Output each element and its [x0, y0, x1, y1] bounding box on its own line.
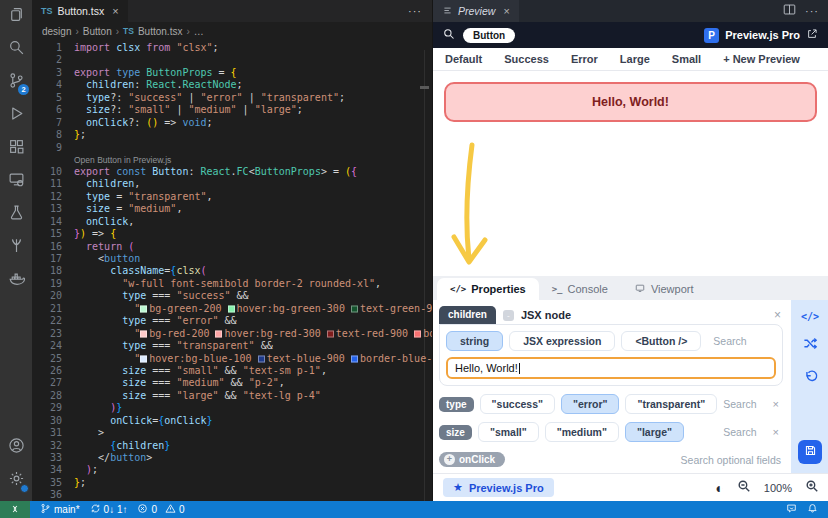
onclick-optional-pill[interactable]: + onClick [439, 452, 505, 467]
codelens-open-in-previewjs[interactable]: Open Button in Preview.js [32, 154, 432, 166]
line-number: 22 [32, 315, 62, 327]
editor-more-actions-icon[interactable]: ··· [408, 0, 432, 22]
line-number: 1 [32, 42, 62, 54]
beaker-icon [8, 204, 25, 225]
code-view-icon[interactable]: </> [801, 311, 819, 322]
activity-item-run-debug[interactable] [0, 99, 32, 132]
size-option-2[interactable]: "large" [625, 422, 684, 442]
undo-icon[interactable] [803, 369, 818, 388]
activity-item-docker[interactable] [0, 264, 32, 297]
close-tab-icon[interactable]: × [112, 5, 118, 17]
remote-indicator[interactable] [0, 501, 30, 518]
git-branch-status[interactable]: main* [40, 503, 80, 516]
clear-size-icon[interactable]: × [773, 426, 779, 438]
variant-tab-large[interactable]: Large [620, 53, 650, 65]
type-search-input[interactable]: Search [723, 398, 756, 410]
activity-item-extensions[interactable] [0, 132, 32, 165]
size-option-0[interactable]: "small" [478, 422, 539, 442]
variant-tab-default[interactable]: Default [445, 53, 482, 65]
preview-search-bar: Button P Preview.js Pro [433, 22, 828, 48]
previewjs-pro-label: Preview.js Pro [725, 29, 800, 41]
code-line: 1import clsx from "clsx"; [32, 42, 432, 54]
preview-more-actions-icon[interactable]: ··· [805, 5, 819, 17]
children-value-input[interactable]: Hello, World! [446, 357, 776, 379]
code-line: 6 size?: "small" | "medium" | "large"; [32, 104, 432, 116]
feedback-icon[interactable] [786, 503, 797, 516]
variant-tab-small[interactable]: Small [672, 53, 701, 65]
code-text: type === "error" && [74, 315, 237, 327]
remote-window-icon [8, 171, 25, 192]
breadcrumb-item[interactable]: … [194, 26, 204, 37]
tailwind-color-swatch [228, 305, 235, 312]
zoom-out-icon[interactable] [737, 479, 751, 497]
problems-status[interactable]: 0 0 [137, 503, 184, 516]
panel-tab-viewport[interactable]: Viewport [621, 278, 707, 300]
previewjs-pro-link[interactable]: P Preview.js Pro [704, 26, 818, 44]
code-text: "w-full font-semibold border-2 rounded-x… [74, 278, 381, 290]
mode-search-input[interactable]: Search [713, 335, 746, 347]
panel-tab-properties[interactable]: </>Properties [437, 278, 539, 300]
properties-panel: </>Properties>_ConsoleViewport children … [433, 276, 828, 473]
activity-item-source-control[interactable]: 2 [0, 66, 32, 99]
mode-pill-0[interactable]: string [446, 331, 503, 351]
mode-pill-1[interactable]: JSX expression [509, 331, 615, 351]
line-number: 20 [32, 290, 62, 302]
new-preview-button[interactable]: + New Preview [723, 53, 800, 65]
tailwind-color-swatch [351, 355, 358, 362]
line-number: 9 [32, 142, 62, 154]
line-number: 36 [32, 489, 62, 501]
prop-row-size: size"small""medium""large"Search× [439, 422, 783, 442]
editor-tab-button-tsx[interactable]: TS Button.tsx × [32, 0, 128, 22]
activity-item-accounts[interactable] [0, 431, 32, 464]
prop-name-pill-size[interactable]: size [439, 425, 472, 440]
mode-pill-2[interactable]: <Button /> [621, 331, 701, 351]
code-text: onClick?: () => void; [74, 117, 213, 129]
code-line: 30 onClick={onClick} [32, 415, 432, 427]
prop-name-pill-type[interactable]: type [439, 397, 474, 412]
type-option-2[interactable]: "transparent" [625, 394, 717, 414]
external-link-icon[interactable] [806, 26, 818, 44]
activity-item-remote-explorer[interactable] [0, 165, 32, 198]
line-number: 12 [32, 191, 62, 203]
zoom-level[interactable]: 100% [764, 482, 792, 494]
code-editor[interactable]: 1import clsx from "clsx";23export type B… [32, 40, 432, 501]
shuffle-icon[interactable] [803, 336, 818, 355]
notifications-bell-icon[interactable] [807, 503, 818, 516]
activity-item-extension-claw[interactable] [0, 231, 32, 264]
git-branch-icon [40, 503, 51, 516]
activity-item-settings[interactable] [0, 464, 32, 497]
prop-children-pill[interactable]: children [439, 306, 496, 324]
close-preview-tab-icon[interactable]: × [503, 5, 509, 17]
activity-item-testing[interactable] [0, 198, 32, 231]
scrollbar-thumb[interactable] [420, 86, 429, 89]
type-option-1[interactable]: "error" [561, 394, 619, 414]
save-button[interactable] [798, 440, 822, 464]
component-chip[interactable]: Button [463, 28, 515, 43]
preview-tab[interactable]: Preview × [433, 0, 519, 22]
line-number: 8 [32, 129, 62, 141]
children-value-card: stringJSX expression<Button /> Search He… [439, 324, 783, 386]
variant-tab-success[interactable]: Success [504, 53, 549, 65]
variant-tab-error[interactable]: Error [571, 53, 598, 65]
breadcrumb-item[interactable]: design [42, 26, 71, 37]
activity-item-explorer[interactable] [0, 0, 32, 33]
activity-item-search[interactable] [0, 33, 32, 66]
clear-type-icon[interactable]: × [773, 398, 779, 410]
preview-list-icon [442, 5, 453, 18]
account-icon [8, 437, 25, 458]
breadcrumb-item[interactable]: Button.tsx [138, 26, 182, 37]
code-line: 12 type = "transparent", [32, 191, 432, 203]
close-prop-icon[interactable]: × [774, 308, 783, 322]
size-search-input[interactable]: Search [723, 426, 756, 438]
theme-contrast-icon[interactable]: ◐ [715, 480, 723, 496]
optional-fields-search-input[interactable]: Search optional fields [681, 454, 783, 466]
panel-tab-console[interactable]: >_Console [539, 278, 621, 300]
rendered-button-preview[interactable]: Hello, World! [444, 82, 817, 122]
split-editor-icon[interactable] [783, 2, 796, 20]
sync-status[interactable]: 0↓ 1↑ [90, 503, 128, 516]
breadcrumb-item[interactable]: Button [83, 26, 112, 37]
zoom-in-icon[interactable] [805, 479, 819, 497]
size-option-1[interactable]: "medium" [545, 422, 619, 442]
previewjs-pro-button[interactable]: ★ Preview.js Pro [443, 478, 554, 497]
type-option-0[interactable]: "success" [480, 394, 555, 414]
